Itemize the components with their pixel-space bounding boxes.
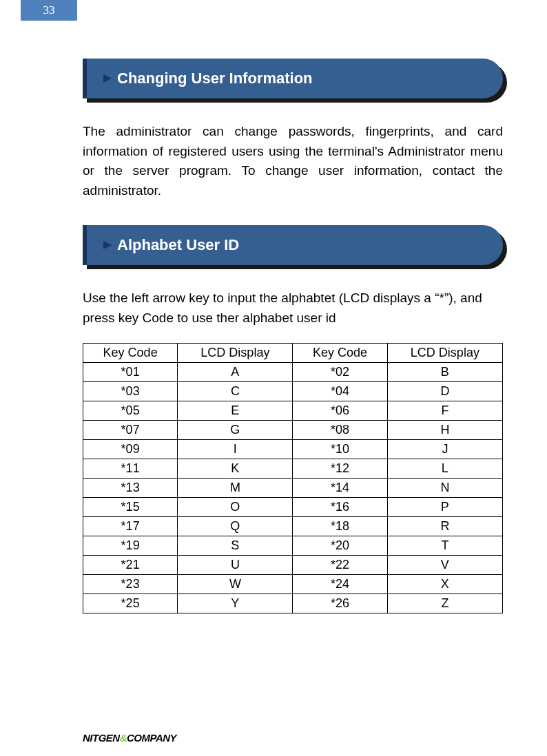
arrow-icon <box>103 241 112 249</box>
table-cell: Y <box>178 594 293 613</box>
table-cell: *17 <box>83 517 178 536</box>
table-cell: T <box>387 536 502 556</box>
page-number: 33 <box>21 0 77 21</box>
table-cell: *21 <box>83 556 178 575</box>
table-cell: *20 <box>293 536 387 556</box>
table-cell: *04 <box>293 382 387 401</box>
section-title: Changing User Information <box>117 70 313 87</box>
table-cell: *08 <box>293 421 387 440</box>
table-cell: M <box>178 479 293 498</box>
table-cell: K <box>178 459 293 479</box>
table-cell: C <box>178 382 293 401</box>
table-cell: *22 <box>293 556 387 575</box>
table-cell: *16 <box>293 498 387 517</box>
table-cell: *26 <box>293 594 387 613</box>
table-cell: B <box>387 363 502 382</box>
table-cell: *13 <box>83 479 178 498</box>
table-row: *03C*04D <box>83 382 503 401</box>
table-cell: *11 <box>83 459 178 479</box>
table-cell: P <box>387 498 502 517</box>
table-row: *05E*06F <box>83 401 503 421</box>
table-cell: *03 <box>83 382 178 401</box>
table-cell: W <box>178 575 293 594</box>
table-cell: *02 <box>293 363 387 382</box>
table-cell: I <box>178 440 293 459</box>
arrow-icon <box>103 74 112 83</box>
table-row: *23W*24X <box>83 575 503 594</box>
table-cell: *23 <box>83 575 178 594</box>
table-cell: *24 <box>293 575 387 594</box>
table-row: *07G*08H <box>83 421 503 440</box>
table-row: *19S*20T <box>83 536 503 556</box>
table-header: Key Code <box>293 344 387 363</box>
table-row: *17Q*18R <box>83 517 503 536</box>
table-cell: D <box>387 382 502 401</box>
page-content: Changing User Information The administra… <box>83 59 503 613</box>
table-cell: F <box>387 401 502 421</box>
section-banner-changing-user-info: Changing User Information <box>83 59 503 103</box>
footer-logo: NITGEN&COMPANY <box>83 732 176 744</box>
table-cell: V <box>387 556 502 575</box>
table-cell: *05 <box>83 401 178 421</box>
table-cell: L <box>387 459 502 479</box>
table-cell: X <box>387 575 502 594</box>
table-cell: *12 <box>293 459 387 479</box>
table-cell: Z <box>387 594 502 613</box>
table-cell: A <box>178 363 293 382</box>
table-cell: H <box>387 421 502 440</box>
table-row: *21U*22V <box>83 556 503 575</box>
table-cell: *07 <box>83 421 178 440</box>
table-cell: *09 <box>83 440 178 459</box>
table-cell: *25 <box>83 594 178 613</box>
table-cell: G <box>178 421 293 440</box>
table-row: *11K*12L <box>83 459 503 479</box>
table-cell: Q <box>178 517 293 536</box>
table-cell: U <box>178 556 293 575</box>
table-row: *15O*16P <box>83 498 503 517</box>
section1-body: The administrator can change passwords, … <box>83 122 503 200</box>
table-cell: N <box>387 479 502 498</box>
table-cell: *15 <box>83 498 178 517</box>
table-header-row: Key Code LCD Display Key Code LCD Displa… <box>83 344 503 363</box>
footer-part2: COMPANY <box>127 732 176 744</box>
table-cell: J <box>387 440 502 459</box>
table-header: Key Code <box>83 344 178 363</box>
table-row: *09I*10J <box>83 440 503 459</box>
table-cell: *10 <box>293 440 387 459</box>
section2-body: Use the left arrow key to input the alph… <box>83 288 503 328</box>
table-cell: E <box>178 401 293 421</box>
table-cell: R <box>387 517 502 536</box>
table-cell: O <box>178 498 293 517</box>
table-cell: *14 <box>293 479 387 498</box>
footer-part1: NITGEN <box>83 732 120 744</box>
table-cell: *18 <box>293 517 387 536</box>
table-cell: *19 <box>83 536 178 556</box>
table-cell: *06 <box>293 401 387 421</box>
table-header: LCD Display <box>387 344 502 363</box>
table-row: *25Y*26Z <box>83 594 503 613</box>
table-cell: S <box>178 536 293 556</box>
table-row: *01A*02B <box>83 363 503 382</box>
footer-amp: & <box>120 732 127 744</box>
section-banner-alphabet-user-id: Alphabet User ID <box>83 225 503 269</box>
key-code-table: Key Code LCD Display Key Code LCD Displa… <box>83 343 503 613</box>
table-row: *13M*14N <box>83 479 503 498</box>
section-title: Alphabet User ID <box>117 236 239 254</box>
table-cell: *01 <box>83 363 178 382</box>
table-header: LCD Display <box>178 344 293 363</box>
